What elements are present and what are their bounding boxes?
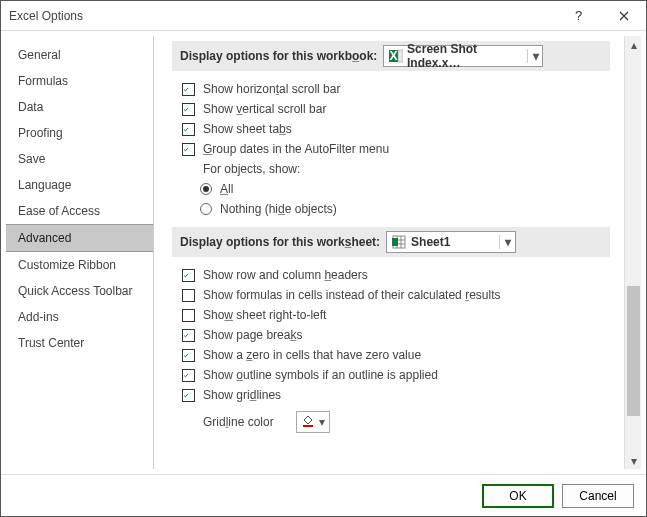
options-content: Display options for this workbook: X Scr… — [154, 31, 624, 474]
excel-workbook-icon: X — [388, 48, 403, 64]
option-label: Show sheet right-to-left — [203, 308, 326, 322]
sidebar-item-customize-ribbon[interactable]: Customize Ribbon — [6, 252, 153, 278]
sidebar-item-quick-access-toolbar[interactable]: Quick Access Toolbar — [6, 278, 153, 304]
titlebar: Excel Options ? — [1, 1, 646, 31]
option-group-dates-autofilter[interactable]: Group dates in the AutoFilter menu — [172, 139, 610, 159]
svg-rect-8 — [392, 238, 398, 246]
radio-objects-all[interactable]: All — [172, 179, 610, 199]
radio-label: Nothing (hide objects) — [220, 202, 337, 216]
dialog-footer: OK Cancel — [1, 474, 646, 516]
svg-text:X: X — [389, 49, 397, 63]
sidebar-item-language[interactable]: Language — [6, 172, 153, 198]
workbook-display-section-header: Display options for this workbook: X Scr… — [172, 41, 610, 71]
radio-objects-nothing[interactable]: Nothing (hide objects) — [172, 199, 610, 219]
checkbox-checked-icon — [182, 83, 195, 96]
dialog-body: General Formulas Data Proofing Save Lang… — [1, 31, 646, 474]
worksheet-section-label: Display options for this worksheet: — [180, 235, 380, 249]
option-show-sheet-rtl[interactable]: Show sheet right-to-left — [172, 305, 610, 325]
paint-bucket-icon — [301, 414, 315, 431]
option-show-zero-values[interactable]: Show a zero in cells that have zero valu… — [172, 345, 610, 365]
dropdown-arrow-icon: ▾ — [499, 235, 513, 249]
option-show-row-column-headers[interactable]: Show row and column headers — [172, 265, 610, 285]
sidebar-item-data[interactable]: Data — [6, 94, 153, 120]
content-wrap: Display options for this workbook: X Scr… — [154, 31, 646, 474]
option-show-sheet-tabs[interactable]: Show sheet tabs — [172, 119, 610, 139]
worksheet-selector-dropdown[interactable]: Sheet1 ▾ — [386, 231, 516, 253]
checkbox-checked-icon — [182, 143, 195, 156]
scrollbar-thumb[interactable] — [627, 286, 640, 416]
sidebar-item-proofing[interactable]: Proofing — [6, 120, 153, 146]
option-label: Show row and column headers — [203, 268, 368, 282]
radio-unselected-icon — [200, 203, 212, 215]
window-title: Excel Options — [9, 9, 556, 23]
sidebar-item-ease-of-access[interactable]: Ease of Access — [6, 198, 153, 224]
dropdown-arrow-icon: ▾ — [527, 49, 540, 63]
option-show-gridlines[interactable]: Show gridlines — [172, 385, 610, 405]
worksheet-display-section-header: Display options for this worksheet: Shee… — [172, 227, 610, 257]
radio-label: All — [220, 182, 233, 196]
option-label: Show vertical scroll bar — [203, 102, 326, 116]
sidebar-item-advanced[interactable]: Advanced — [6, 224, 153, 252]
checkbox-checked-icon — [182, 349, 195, 362]
checkbox-checked-icon — [182, 269, 195, 282]
gridline-color-picker[interactable]: ▾ — [296, 411, 330, 433]
workbook-section-label: Display options for this workbook: — [180, 49, 377, 63]
help-button[interactable]: ? — [556, 1, 601, 30]
gridline-color-row: Gridline color ▾ — [172, 405, 610, 436]
option-show-vertical-scrollbar[interactable]: Show vertical scroll bar — [172, 99, 610, 119]
checkbox-unchecked-icon — [182, 309, 195, 322]
worksheet-dropdown-value: Sheet1 — [411, 235, 495, 249]
option-label: Show gridlines — [203, 388, 281, 402]
sidebar-item-general[interactable]: General — [6, 42, 153, 68]
sidebar-item-formulas[interactable]: Formulas — [6, 68, 153, 94]
sidebar-item-add-ins[interactable]: Add-ins — [6, 304, 153, 330]
option-label: Show formulas in cells instead of their … — [203, 288, 501, 302]
checkbox-checked-icon — [182, 123, 195, 136]
for-objects-label: For objects, show: — [172, 159, 610, 179]
radio-selected-icon — [200, 183, 212, 195]
cancel-button[interactable]: Cancel — [562, 484, 634, 508]
svg-rect-2 — [398, 50, 403, 62]
scroll-down-arrow-icon[interactable]: ▾ — [625, 452, 642, 469]
option-label: Show page breaks — [203, 328, 302, 342]
sidebar-item-trust-center[interactable]: Trust Center — [6, 330, 153, 356]
checkbox-checked-icon — [182, 369, 195, 382]
option-label: Show outline symbols if an outline is ap… — [203, 368, 438, 382]
option-label: Show a zero in cells that have zero valu… — [203, 348, 421, 362]
dropdown-arrow-icon: ▾ — [319, 415, 325, 429]
option-show-horizontal-scrollbar[interactable]: Show horizontal scroll bar — [172, 79, 610, 99]
option-show-page-breaks[interactable]: Show page breaks — [172, 325, 610, 345]
checkbox-checked-icon — [182, 103, 195, 116]
vertical-scrollbar[interactable]: ▴ ▾ — [624, 36, 641, 469]
checkbox-unchecked-icon — [182, 289, 195, 302]
workbook-dropdown-value: Screen Shot Index.x… — [407, 42, 523, 70]
category-sidebar: General Formulas Data Proofing Save Lang… — [6, 36, 154, 469]
close-button[interactable] — [601, 1, 646, 30]
sidebar-item-save[interactable]: Save — [6, 146, 153, 172]
worksheet-icon — [391, 234, 407, 250]
option-label: Show sheet tabs — [203, 122, 292, 136]
option-label: Group dates in the AutoFilter menu — [203, 142, 389, 156]
option-show-outline-symbols[interactable]: Show outline symbols if an outline is ap… — [172, 365, 610, 385]
gridline-color-label: Gridline color — [203, 415, 274, 429]
svg-rect-9 — [303, 425, 313, 427]
checkbox-checked-icon — [182, 389, 195, 402]
scroll-up-arrow-icon[interactable]: ▴ — [625, 36, 642, 53]
workbook-selector-dropdown[interactable]: X Screen Shot Index.x… ▾ — [383, 45, 543, 67]
excel-options-dialog: Excel Options ? General Formulas Data Pr… — [0, 0, 647, 517]
option-label: Show horizontal scroll bar — [203, 82, 340, 96]
ok-button[interactable]: OK — [482, 484, 554, 508]
checkbox-checked-icon — [182, 329, 195, 342]
option-show-formulas[interactable]: Show formulas in cells instead of their … — [172, 285, 610, 305]
